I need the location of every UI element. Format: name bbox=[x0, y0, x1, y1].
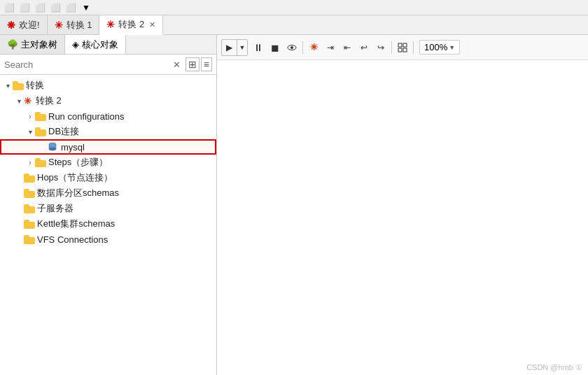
right-panel: ▶ ▼ ⏸ ◼ ✳ ⇥ ⇤ ↩ ↪ bbox=[217, 35, 588, 375]
label-kettle-schemas: Kettle集群schemas bbox=[37, 218, 115, 230]
label-hops: Hops（节点连接） bbox=[37, 171, 113, 184]
folder-icon-sub-server bbox=[24, 204, 35, 213]
arrow-zhuanhuan2: ▾ bbox=[14, 97, 24, 105]
folder-icon-db-schemas bbox=[24, 189, 35, 198]
label-sub-server: 子服务器 bbox=[37, 202, 74, 215]
tree-item-kettle-schemas[interactable]: Kettle集群schemas bbox=[0, 216, 216, 232]
action-btn-5[interactable]: ↪ bbox=[373, 40, 388, 55]
tab-welcome-label: 欢迎! bbox=[19, 19, 40, 31]
toolbar-separator-2 bbox=[391, 41, 392, 54]
run-dropdown-button[interactable]: ▼ bbox=[237, 40, 247, 55]
svg-rect-8 bbox=[403, 43, 407, 47]
folder-icon-zhuanhuan-root bbox=[13, 81, 24, 90]
zhuanhuan1-icon: ✳ bbox=[55, 20, 63, 31]
toolbar-icon-1[interactable]: ⬜ bbox=[3, 1, 15, 14]
tree-item-db-schemas[interactable]: 数据库分区schemas bbox=[0, 185, 216, 201]
left-tab-main-tree[interactable]: 🌳 主对象树 bbox=[0, 35, 65, 54]
run-group: ▶ ▼ bbox=[221, 39, 248, 56]
action-btn-1[interactable]: ✳ bbox=[306, 40, 321, 55]
folder-icon-hops bbox=[24, 174, 35, 183]
zhuanhuan2-icon: ✳ bbox=[106, 19, 115, 30]
welcome-icon: ❋ bbox=[7, 20, 15, 31]
svg-rect-7 bbox=[398, 43, 402, 47]
action-btn-2[interactable]: ⇥ bbox=[323, 40, 338, 55]
label-steps: Steps（步骤） bbox=[48, 156, 108, 169]
stop-button[interactable]: ◼ bbox=[267, 40, 283, 55]
toolbar-dropdown[interactable]: ▼ bbox=[80, 1, 92, 14]
main-layout: 🌳 主对象树 ◈ 核心对象 ✕ ⊞ ≡ ▾ 转换 bbox=[0, 35, 588, 375]
left-tab-core-obj[interactable]: ◈ 核心对象 bbox=[65, 35, 126, 54]
search-layout-icon-1[interactable]: ⊞ bbox=[186, 57, 200, 71]
action-btn-4[interactable]: ↩ bbox=[356, 40, 372, 55]
search-clear-button[interactable]: ✕ bbox=[171, 59, 183, 71]
search-layout-icon-2[interactable]: ≡ bbox=[201, 57, 212, 71]
tab-zhuanhuan2[interactable]: ✳ 转换 2 ✕ bbox=[99, 15, 163, 35]
toolbar-icon-4[interactable]: ⬜ bbox=[49, 1, 62, 14]
label-zhuanhuan2: 转换 2 bbox=[36, 94, 62, 107]
toolbar-separator-1 bbox=[302, 41, 303, 54]
tree-item-sub-server[interactable]: 子服务器 bbox=[0, 201, 216, 216]
arrow-run-config: › bbox=[25, 113, 35, 120]
tree-item-zhuanhuan-root[interactable]: ▾ 转换 bbox=[0, 78, 216, 93]
canvas-area: 表输入 CSDN @hmb ① bbox=[217, 60, 588, 375]
tab-zhuanhuan2-label: 转换 2 bbox=[118, 18, 144, 31]
label-db-conn: DB连接 bbox=[48, 125, 79, 138]
tab-welcome[interactable]: ❋ 欢迎! bbox=[0, 15, 48, 34]
tree-item-steps[interactable]: › Steps（步骤） bbox=[0, 155, 216, 170]
toolbar-icon-3[interactable]: ⬜ bbox=[34, 1, 46, 14]
run-play-button[interactable]: ▶ bbox=[222, 40, 237, 55]
tab-bar: ❋ 欢迎! ✳ 转换 1 ✳ 转换 2 ✕ bbox=[0, 15, 588, 35]
left-tab-main-tree-label: 主对象树 bbox=[21, 38, 57, 51]
tree-item-run-config[interactable]: › Run configurations bbox=[0, 108, 216, 124]
label-run-config: Run configurations bbox=[48, 111, 124, 122]
svg-point-2 bbox=[49, 148, 56, 150]
folder-icon-steps bbox=[35, 158, 46, 167]
zoom-dropdown[interactable]: 100% ▼ bbox=[419, 40, 460, 55]
folder-icon-kettle-schemas bbox=[24, 220, 35, 229]
tree-item-mysql[interactable]: mysql bbox=[0, 139, 216, 155]
arrow-zhuanhuan-root: ▾ bbox=[3, 82, 13, 90]
watermark: CSDN @hmb ① bbox=[526, 363, 582, 372]
folder-icon-vfs-conn bbox=[24, 235, 35, 244]
core-obj-icon: ◈ bbox=[72, 39, 79, 50]
top-toolbar: ⬜ ⬜ ⬜ ⬜ ⬜ ▼ bbox=[0, 0, 588, 15]
tab-zhuanhuan1[interactable]: ✳ 转换 1 bbox=[48, 15, 100, 34]
search-icon-group: ⊞ ≡ bbox=[186, 57, 212, 71]
svg-point-6 bbox=[290, 46, 293, 49]
arrow-db-conn: ▾ bbox=[25, 128, 35, 136]
zoom-dropdown-arrow: ▼ bbox=[449, 44, 455, 51]
grid-button[interactable] bbox=[395, 40, 410, 55]
action-btn-3[interactable]: ⇤ bbox=[340, 40, 355, 55]
zhuanhuan2-tree-icon: ✳ bbox=[24, 96, 34, 106]
folder-icon-db-conn bbox=[35, 127, 46, 136]
tab-zhuanhuan2-close[interactable]: ✕ bbox=[149, 20, 155, 29]
label-db-schemas: 数据库分区schemas bbox=[37, 187, 119, 199]
search-input[interactable] bbox=[4, 59, 168, 70]
right-toolbar: ▶ ▼ ⏸ ◼ ✳ ⇥ ⇤ ↩ ↪ bbox=[217, 35, 588, 60]
main-tree-icon: 🌳 bbox=[7, 39, 18, 50]
toolbar-separator-3 bbox=[413, 41, 414, 54]
db-icon-mysql bbox=[48, 142, 59, 152]
label-mysql: mysql bbox=[61, 142, 85, 153]
zoom-value: 100% bbox=[424, 42, 447, 52]
tree-item-db-conn[interactable]: ▾ DB连接 bbox=[0, 124, 216, 139]
label-zhuanhuan-root: 转换 bbox=[26, 79, 44, 92]
toolbar-icon-5[interactable]: ⬜ bbox=[64, 1, 77, 14]
tab-zhuanhuan1-label: 转换 1 bbox=[66, 19, 92, 31]
left-tabs: 🌳 主对象树 ◈ 核心对象 bbox=[0, 35, 216, 55]
pause-button[interactable]: ⏸ bbox=[251, 40, 266, 55]
left-panel: 🌳 主对象树 ◈ 核心对象 ✕ ⊞ ≡ ▾ 转换 bbox=[0, 35, 217, 375]
tree-item-zhuanhuan2[interactable]: ▾ ✳ 转换 2 bbox=[0, 93, 216, 108]
preview-button[interactable] bbox=[284, 40, 300, 55]
left-tab-core-obj-label: 核心对象 bbox=[82, 38, 118, 51]
folder-icon-run-config bbox=[35, 112, 46, 121]
search-bar: ✕ ⊞ ≡ bbox=[0, 55, 216, 75]
svg-rect-9 bbox=[398, 48, 402, 52]
toolbar-icon-2[interactable]: ⬜ bbox=[18, 1, 31, 14]
tree-item-hops[interactable]: Hops（节点连接） bbox=[0, 170, 216, 185]
arrow-steps: › bbox=[25, 159, 35, 167]
tree-item-vfs-conn[interactable]: VFS Connections bbox=[0, 232, 216, 247]
label-vfs-conn: VFS Connections bbox=[37, 234, 108, 245]
svg-rect-10 bbox=[403, 48, 407, 52]
tree-area: ▾ 转换 ▾ ✳ 转换 2 › Run configurations bbox=[0, 75, 216, 375]
